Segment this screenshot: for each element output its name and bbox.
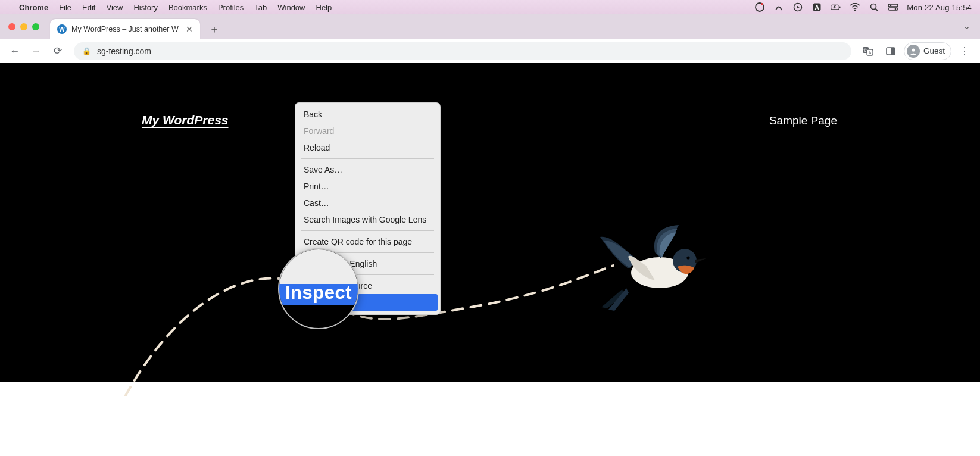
menu-view[interactable]: View	[106, 3, 123, 12]
chrome-menu-button[interactable]: ⋮	[955, 42, 974, 60]
menu-edit[interactable]: Edit	[82, 3, 95, 12]
menu-help[interactable]: Help	[316, 3, 332, 12]
svg-point-20	[912, 48, 915, 51]
svg-point-23	[686, 256, 689, 259]
ctx-separator	[301, 158, 434, 159]
menu-bookmarks[interactable]: Bookmarks	[168, 3, 207, 12]
menu-window[interactable]: Window	[277, 3, 305, 12]
ctx-create-qr[interactable]: Create QR code for this page	[295, 233, 440, 250]
svg-rect-12	[888, 8, 898, 10]
translate-button[interactable]: 文A	[859, 42, 878, 60]
page-hero: My WordPress Sample Page	[0, 63, 980, 382]
tab-close-button[interactable]: ✕	[186, 24, 193, 34]
chrome-tabstrip: W My WordPress – Just another W ✕ ＋ ⌄	[0, 14, 980, 39]
spotlight-icon[interactable]	[869, 2, 879, 13]
ctx-back[interactable]: Back	[295, 106, 440, 123]
lock-icon[interactable]: 🔒	[82, 47, 91, 55]
svg-line-9	[876, 9, 878, 11]
svg-point-13	[895, 8, 897, 10]
side-panel-button[interactable]	[881, 42, 900, 60]
profile-chip[interactable]: Guest	[904, 42, 951, 60]
bird-illustration	[595, 224, 709, 313]
magnifier-text: Inspect	[279, 282, 358, 304]
site-title-link[interactable]: My WordPress	[142, 113, 229, 127]
window-zoom-button[interactable]	[32, 23, 39, 30]
new-tab-button[interactable]: ＋	[206, 21, 223, 38]
chrome-toolbar: ← → ⟳ 🔒 sg-testing.com 文A Guest ⋮	[0, 39, 980, 63]
forward-button[interactable]: →	[27, 42, 45, 60]
guest-avatar-icon	[907, 45, 920, 58]
ctx-separator	[301, 230, 434, 231]
nav-sample-page[interactable]: Sample Page	[769, 114, 837, 127]
menu-file[interactable]: File	[59, 3, 71, 12]
wordpress-favicon-icon: W	[57, 24, 67, 34]
control-center-icon[interactable]	[888, 2, 898, 13]
svg-point-11	[890, 5, 892, 7]
mac-menu-bar: Chrome File Edit View History Bookmarks …	[0, 0, 980, 14]
ctx-cast[interactable]: Cast…	[295, 195, 440, 211]
magnifier-callout: Inspect	[278, 248, 359, 329]
menu-profiles[interactable]: Profiles	[218, 3, 244, 12]
arc-menubar-icon[interactable]	[773, 2, 784, 13]
svg-point-1	[761, 3, 763, 5]
ctx-save-as[interactable]: Save As…	[295, 161, 440, 178]
svg-point-8	[871, 4, 876, 10]
svg-point-7	[854, 10, 856, 11]
profile-label: Guest	[923, 46, 945, 55]
battery-icon[interactable]	[831, 2, 841, 13]
app-name[interactable]: Chrome	[19, 3, 48, 12]
back-button[interactable]: ←	[6, 42, 24, 60]
menu-history[interactable]: History	[133, 3, 157, 12]
ctx-print[interactable]: Print…	[295, 178, 440, 195]
menu-datetime[interactable]: Mon 22 Aug 15:54	[907, 3, 972, 12]
ctx-reload[interactable]: Reload	[295, 139, 440, 156]
svg-rect-10	[888, 4, 898, 7]
ctx-search-lens[interactable]: Search Images with Google Lens	[295, 211, 440, 228]
svg-text:文: 文	[863, 48, 867, 52]
svg-rect-19	[891, 48, 895, 55]
window-minimize-button[interactable]	[20, 23, 27, 30]
svg-text:A: A	[815, 4, 819, 11]
page-viewport: My WordPress Sample Page	[0, 63, 980, 456]
url-text: sg-testing.com	[97, 46, 151, 56]
window-close-button[interactable]	[8, 23, 15, 30]
svg-rect-6	[839, 7, 841, 8]
wifi-icon[interactable]	[850, 2, 860, 13]
svg-text:A: A	[869, 51, 872, 55]
tab-title: My WordPress – Just another W	[71, 25, 179, 33]
grammarly-menubar-icon[interactable]	[754, 2, 765, 13]
play-circle-icon[interactable]	[792, 2, 803, 13]
window-controls	[8, 14, 50, 39]
letter-a-icon[interactable]: A	[812, 2, 822, 13]
reload-button[interactable]: ⟳	[49, 42, 67, 60]
address-bar[interactable]: 🔒 sg-testing.com	[74, 42, 851, 60]
browser-tab[interactable]: W My WordPress – Just another W ✕	[50, 19, 200, 39]
ctx-forward: Forward	[295, 123, 440, 139]
tab-overflow-button[interactable]: ⌄	[963, 21, 970, 31]
menu-tab[interactable]: Tab	[254, 3, 267, 12]
